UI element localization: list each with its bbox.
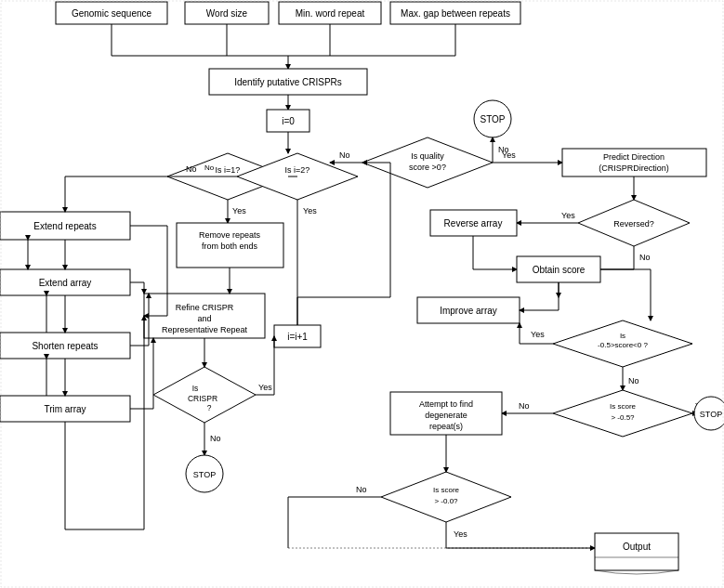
stop2-label: STOP (700, 410, 722, 419)
score-gt-neg00-label: Is score (433, 486, 460, 494)
extend-repeats-label: Extend repeats (33, 221, 96, 231)
score-gt-neg05-label2: > -0.5? (611, 413, 635, 422)
remove-repeats-label: Remove repeats (199, 230, 261, 240)
genomic-sequence-label: Genomic sequence (72, 8, 152, 19)
no-i2-label: No (186, 164, 197, 174)
flowchart: Genomic sequence Word size Min. word rep… (0, 0, 724, 588)
is-i2-label: Is i=2? (285, 165, 310, 175)
svg-rect-48 (595, 533, 678, 570)
no-score-label: No (628, 376, 639, 385)
i-zero-label: i=0 (282, 116, 295, 126)
attempt-degenerate-label: Attempt to find (419, 399, 473, 409)
shorten-repeats-label: Shorten repeats (32, 341, 98, 351)
reversed-label: Reversed? (613, 219, 654, 229)
score-neg-label2: -0.5>score<0 ? (598, 341, 648, 349)
is-i1-label: Is i=1? (216, 165, 241, 175)
refine-crispr-label: Refine CRISPR (176, 303, 234, 312)
attempt-degenerate-label2: degenerate (425, 411, 467, 420)
no-gt-neg00-label: No (356, 485, 367, 494)
is-crispr-label: Is (192, 384, 199, 393)
quality-score-label2: score >0? (409, 163, 446, 172)
no-gt-neg05-label: No (519, 401, 530, 411)
output-label: Output (623, 542, 651, 552)
trim-array-label: Trim array (44, 404, 86, 414)
score-gt-neg00-label2: > -0.0? (434, 497, 458, 505)
yes-i2-label: Yes (303, 206, 317, 216)
score-neg-label: Is (620, 332, 625, 340)
yes-gt-neg00-label: Yes (454, 529, 467, 539)
reverse-array-label: Reverse array (444, 218, 503, 229)
score-gt-neg05-label: Is score (610, 402, 637, 411)
is-crispr-label2: CRISPR (188, 394, 217, 403)
yes-score-label: Yes (531, 330, 545, 339)
is-crispr-label3: ? (207, 403, 212, 412)
word-size-label: Word size (206, 8, 248, 19)
extend-array-label: Extend array (39, 278, 92, 288)
predict-direction-label: Predict Direction (603, 152, 665, 162)
no-reversed-label: No (639, 253, 651, 262)
predict-direction-label2: (CRISPRDirection) (599, 163, 669, 173)
min-word-repeat-label: Min. word repeat (296, 8, 365, 19)
no-quality2-label: No (339, 150, 350, 160)
improve-array-label: Improve array (440, 306, 497, 316)
obtain-score-label: Obtain score (533, 265, 586, 275)
yes-reversed-label: Yes (561, 211, 575, 220)
yes-i1-label: Yes (232, 206, 246, 216)
quality-score-label: Is quality (411, 151, 444, 161)
refine-crispr-label2: and (197, 314, 211, 323)
no-crispr-label: No (210, 434, 221, 443)
stop1-label: STOP (480, 114, 505, 124)
stop3-label: STOP (193, 470, 216, 479)
identify-label: Identify putative CRISPRs (234, 77, 342, 87)
no-i1-label1: No (204, 163, 215, 172)
attempt-degenerate-label3: repeat(s) (429, 422, 463, 431)
refine-crispr-label3: Representative Repeat (162, 325, 248, 334)
yes-crispr-label: Yes (258, 383, 272, 392)
max-gap-label: Max. gap between repeats (401, 8, 510, 19)
i-increment-label: i=i+1 (287, 332, 308, 342)
remove-repeats-label2: from both ends (202, 242, 258, 251)
yes-quality-label: Yes (502, 150, 516, 160)
